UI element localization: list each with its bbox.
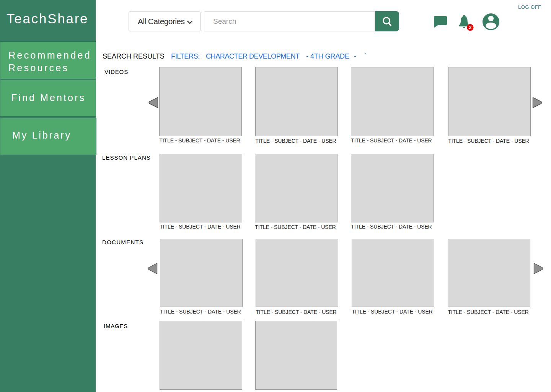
svg-text:2: 2 <box>469 24 471 30</box>
